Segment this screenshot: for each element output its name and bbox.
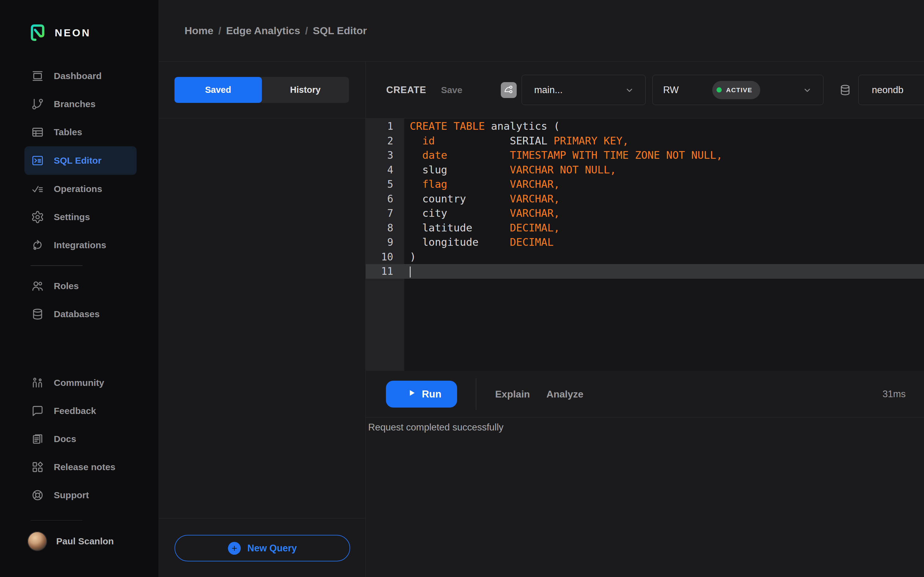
new-query-label: New Query — [247, 543, 297, 554]
code-line-10[interactable]: ) — [404, 250, 924, 264]
git-branch-icon — [31, 97, 45, 111]
sidebar-item-label: Release notes — [54, 462, 115, 472]
code-line-3[interactable]: date TIMESTAMP WITH TIME ZONE NOT NULL, — [404, 148, 924, 163]
sidebar-item-sql-editor[interactable]: SQL Editor — [24, 146, 137, 175]
compute-select-value: RW — [663, 85, 678, 95]
release-grid-icon — [31, 460, 45, 474]
sidebar-item-support[interactable]: Support — [0, 481, 158, 509]
breadcrumb: Home / Edge Analytics / SQL Editor — [159, 0, 924, 62]
breadcrumb-page: SQL Editor — [313, 25, 367, 37]
line-number: 4 — [366, 163, 404, 177]
saved-queries-list — [159, 118, 365, 518]
sql-editor-panel: 1234567891011 CREATE TABLE analytics ( i… — [366, 118, 924, 577]
query-controls: CREATE Save main... RW ACTIVE — [366, 62, 924, 118]
database-select[interactable]: neondb — [858, 75, 924, 105]
saved-history-switch-area: Saved History — [159, 62, 366, 118]
sidebar-item-label: SQL Editor — [54, 155, 102, 166]
brand-wordmark: NEON — [55, 27, 91, 39]
line-number: 3 — [366, 148, 404, 163]
sidebar-item-branches[interactable]: Branches — [0, 90, 158, 118]
code-lines[interactable]: CREATE TABLE analytics ( id SERIAL PRIMA… — [404, 119, 924, 371]
speech-bubble-icon — [31, 404, 45, 418]
lifebuoy-icon — [31, 488, 45, 502]
breadcrumb-separator: / — [218, 25, 221, 37]
sidebar-item-label: Docs — [54, 434, 76, 444]
code-line-5[interactable]: flag VARCHAR, — [404, 177, 924, 192]
sidebar-item-label: Dashboard — [54, 71, 102, 81]
tab-history[interactable]: History — [262, 77, 349, 103]
line-number: 8 — [366, 221, 404, 235]
sidebar-item-integrations[interactable]: Integrations — [0, 231, 158, 259]
user-name: Paul Scanlon — [56, 536, 114, 546]
docs-icon — [31, 432, 45, 446]
code-line-7[interactable]: city VARCHAR, — [404, 206, 924, 221]
saved-queries-panel: New Query — [159, 118, 366, 577]
run-bar: Run Explain Analyze 31ms — [366, 371, 924, 417]
line-number: 11 — [366, 264, 404, 279]
sidebar-item-label: Feedback — [54, 406, 96, 416]
status-dot-icon — [717, 87, 722, 92]
breadcrumb-separator: / — [305, 25, 308, 37]
database-icon — [839, 84, 851, 97]
sidebar-item-dashboard[interactable]: Dashboard — [0, 62, 158, 90]
explain-button[interactable]: Explain — [495, 388, 530, 400]
sidebar-item-label: Branches — [54, 99, 95, 109]
code-editor[interactable]: 1234567891011 CREATE TABLE analytics ( i… — [366, 118, 924, 371]
user-menu[interactable]: Paul Scanlon — [0, 527, 158, 555]
text-cursor — [410, 266, 411, 277]
terminal-icon — [31, 153, 45, 168]
play-icon — [406, 388, 417, 401]
code-line-2[interactable]: id SERIAL PRIMARY KEY, — [404, 134, 924, 148]
sidebar-item-label: Integrations — [54, 240, 106, 250]
sidebar-nav-primary: DashboardBranchesTablesSQL EditorOperati… — [0, 62, 158, 259]
integrations-loop-icon — [31, 238, 45, 252]
breadcrumb-project[interactable]: Edge Analytics — [226, 25, 300, 37]
sidebar-item-release-notes[interactable]: Release notes — [0, 453, 158, 481]
query-title-tab[interactable]: CREATE — [386, 85, 426, 95]
compute-status-badge: ACTIVE — [712, 81, 760, 99]
code-line-9[interactable]: longitude DECIMAL — [404, 235, 924, 250]
main-area: Home / Edge Analytics / SQL Editor Saved… — [159, 0, 924, 577]
analyze-button[interactable]: Analyze — [546, 388, 583, 400]
line-number: 10 — [366, 250, 404, 264]
sidebar-item-community[interactable]: Community — [0, 369, 158, 397]
branch-icon-button[interactable] — [501, 82, 517, 98]
sidebar-item-docs[interactable]: Docs — [0, 425, 158, 453]
sidebar-item-label: Databases — [54, 309, 100, 319]
sidebar-item-databases[interactable]: Databases — [0, 300, 158, 328]
saved-panel-footer: New Query — [159, 518, 365, 577]
tab-saved[interactable]: Saved — [174, 77, 262, 103]
run-label: Run — [422, 388, 441, 400]
sidebar-item-operations[interactable]: Operations — [0, 175, 158, 203]
branch-select[interactable]: main... — [522, 75, 646, 105]
sidebar-item-feedback[interactable]: Feedback — [0, 397, 158, 425]
new-query-button[interactable]: New Query — [174, 535, 350, 561]
status-message: Request completed successfully — [368, 422, 924, 433]
saved-history-switch: Saved History — [174, 77, 349, 103]
community-icon — [31, 376, 45, 390]
code-line-1[interactable]: CREATE TABLE analytics ( — [404, 119, 924, 134]
compute-select[interactable]: RW ACTIVE — [653, 75, 824, 105]
compute-status-label: ACTIVE — [726, 86, 752, 94]
save-button[interactable]: Save — [441, 85, 462, 95]
code-line-8[interactable]: latitude DECIMAL, — [404, 221, 924, 235]
chevron-down-icon — [802, 85, 813, 95]
query-duration: 31ms — [882, 388, 906, 400]
table-icon — [31, 125, 45, 139]
line-number: 1 — [366, 119, 404, 134]
gear-icon — [31, 210, 45, 224]
code-line-6[interactable]: country VARCHAR, — [404, 192, 924, 206]
sidebar-item-label: Community — [54, 378, 104, 388]
dashboard-icon — [31, 69, 45, 83]
plus-icon — [228, 542, 241, 555]
sidebar-item-roles[interactable]: Roles — [0, 272, 158, 300]
code-line-11[interactable] — [404, 264, 924, 279]
sidebar-item-tables[interactable]: Tables — [0, 118, 158, 146]
database-icon — [31, 307, 45, 321]
code-line-4[interactable]: slug VARCHAR NOT NULL, — [404, 163, 924, 177]
sidebar-item-settings[interactable]: Settings — [0, 203, 158, 231]
brand-logo[interactable]: NEON — [0, 0, 158, 42]
neon-logo-icon — [28, 24, 47, 42]
breadcrumb-home[interactable]: Home — [184, 25, 213, 37]
run-button[interactable]: Run — [386, 381, 457, 408]
